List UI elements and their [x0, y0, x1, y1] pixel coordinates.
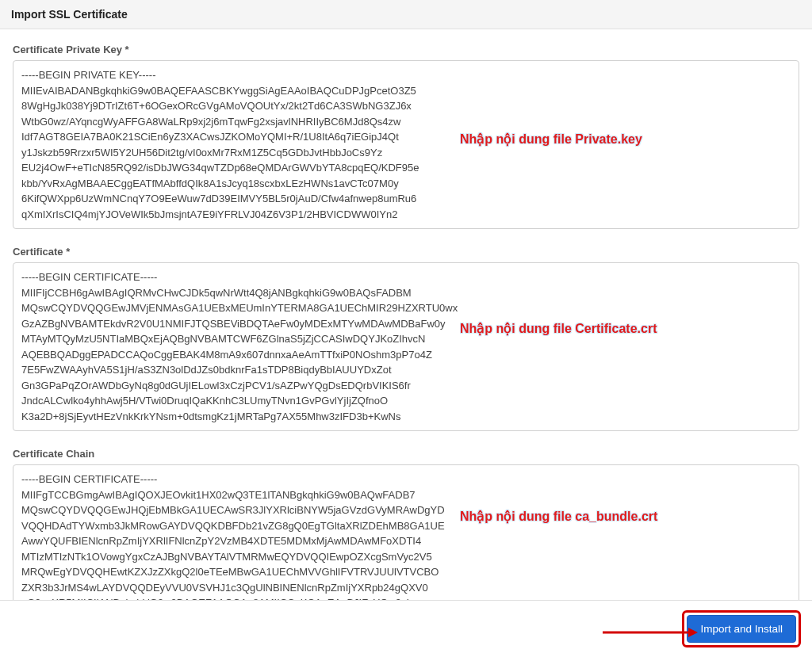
import-install-button[interactable]: Import and Install	[687, 615, 796, 643]
private-key-label: Certificate Private Key *	[13, 44, 799, 55]
private-key-textarea[interactable]	[13, 60, 799, 229]
certificate-chain-label: Certificate Chain	[13, 448, 799, 460]
form-body: Certificate Private Key * Certificate * …	[0, 29, 812, 657]
footer: Import and Install	[0, 600, 812, 657]
certificate-label: Certificate *	[13, 246, 799, 258]
certificate-textarea[interactable]	[13, 262, 799, 431]
private-key-group: Certificate Private Key *	[13, 44, 799, 231]
highlight-frame: Import and Install	[682, 610, 801, 647]
panel-header: Import SSL Certificate	[0, 0, 812, 29]
panel-title: Import SSL Certificate	[11, 8, 801, 21]
certificate-group: Certificate *	[13, 246, 799, 434]
